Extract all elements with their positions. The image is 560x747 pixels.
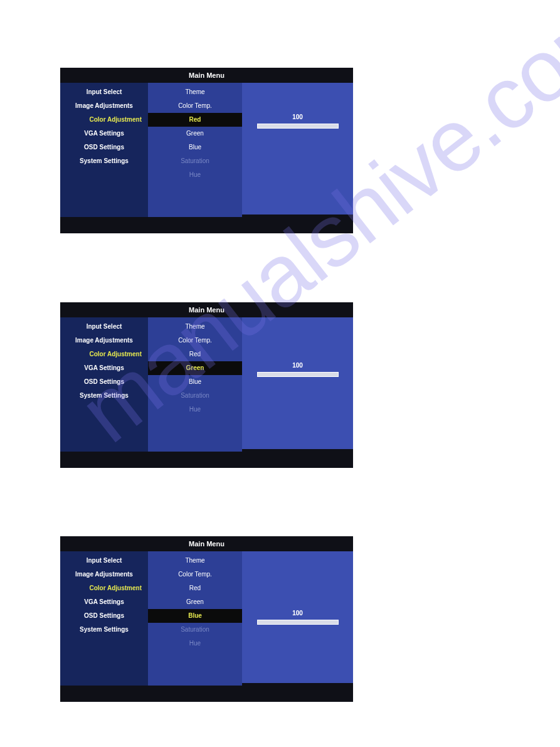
value-readout: 100 [242,362,353,369]
middle-submenu-column: Theme Color Temp. Red Green Blue Saturat… [148,83,242,217]
menu-item-system-settings[interactable]: System Settings [60,623,148,637]
submenu-saturation: Saturation [148,623,242,637]
submenu-saturation: Saturation [148,154,242,168]
submenu-green[interactable]: Green [148,361,242,375]
submenu-saturation: Saturation [148,389,242,403]
submenu-blue[interactable]: Blue [148,375,242,389]
menu-item-input-select[interactable]: Input Select [60,85,148,99]
osd-footer [60,215,353,233]
value-slider[interactable] [257,620,339,625]
right-value-column: 100 [242,83,353,215]
left-menu-column: Input Select Image Adjustments Color Adj… [60,551,148,686]
submenu-color-temp[interactable]: Color Temp. [148,568,242,581]
middle-submenu-column: Theme Color Temp. Red Green Blue Saturat… [148,317,242,452]
submenu-green[interactable]: Green [148,595,242,609]
submenu-green[interactable]: Green [148,127,242,140]
submenu-red[interactable]: Red [148,581,242,595]
menu-item-image-adjustments[interactable]: Image Adjustments [60,568,148,581]
right-value-column: 100 [242,317,353,449]
middle-submenu-column: Theme Color Temp. Red Green Blue Saturat… [148,551,242,686]
slider-fill [258,620,338,624]
osd-title: Main Menu [60,536,353,551]
slider-fill [258,373,338,376]
value-readout: 100 [242,610,353,617]
menu-item-image-adjustments[interactable]: Image Adjustments [60,334,148,347]
slider-fill [258,124,338,128]
submenu-theme[interactable]: Theme [148,85,242,99]
osd-panel-blue: Main Menu Input Select Image Adjustments… [60,536,353,702]
menu-item-system-settings[interactable]: System Settings [60,154,148,168]
submenu-blue[interactable]: Blue [148,140,242,154]
submenu-color-temp[interactable]: Color Temp. [148,99,242,113]
menu-item-color-adjustment[interactable]: Color Adjustment [60,581,148,595]
submenu-blue[interactable]: Blue [148,609,242,623]
submenu-color-temp[interactable]: Color Temp. [148,334,242,347]
menu-item-input-select[interactable]: Input Select [60,320,148,334]
submenu-hue: Hue [148,403,242,416]
menu-item-color-adjustment[interactable]: Color Adjustment [60,113,148,127]
value-slider[interactable] [257,124,339,129]
menu-item-osd-settings[interactable]: OSD Settings [60,140,148,154]
submenu-theme[interactable]: Theme [148,554,242,568]
submenu-red[interactable]: Red [148,113,242,127]
value-readout: 100 [242,114,353,120]
osd-panel-green: Main Menu Input Select Image Adjustments… [60,302,353,468]
right-value-column: 100 [242,551,353,683]
submenu-theme[interactable]: Theme [148,320,242,334]
value-slider[interactable] [257,372,339,377]
left-menu-column: Input Select Image Adjustments Color Adj… [60,83,148,217]
osd-title: Main Menu [60,68,353,83]
osd-title: Main Menu [60,302,353,317]
submenu-hue: Hue [148,168,242,182]
left-menu-column: Input Select Image Adjustments Color Adj… [60,317,148,452]
menu-item-osd-settings[interactable]: OSD Settings [60,609,148,623]
menu-item-input-select[interactable]: Input Select [60,554,148,568]
menu-item-vga-settings[interactable]: VGA Settings [60,361,148,375]
submenu-hue: Hue [148,637,242,650]
menu-item-osd-settings[interactable]: OSD Settings [60,375,148,389]
menu-item-vga-settings[interactable]: VGA Settings [60,127,148,140]
menu-item-image-adjustments[interactable]: Image Adjustments [60,99,148,113]
submenu-red[interactable]: Red [148,347,242,361]
menu-item-system-settings[interactable]: System Settings [60,389,148,403]
menu-item-vga-settings[interactable]: VGA Settings [60,595,148,609]
osd-footer [60,449,353,468]
osd-panel-red: Main Menu Input Select Image Adjustments… [60,68,353,233]
menu-item-color-adjustment[interactable]: Color Adjustment [60,347,148,361]
osd-footer [60,683,353,702]
